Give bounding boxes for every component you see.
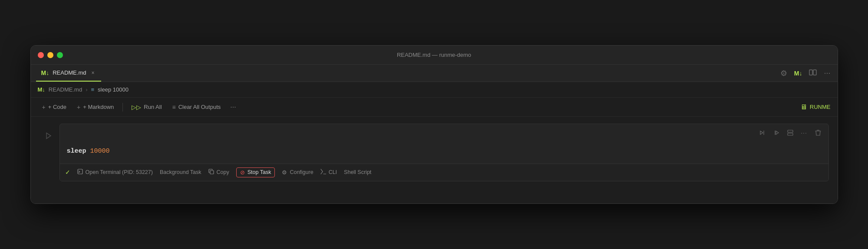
clear-all-outputs-button[interactable]: ≡ Clear All Outputs: [168, 101, 225, 113]
plus-markdown-icon: +: [77, 104, 80, 111]
open-terminal-label: Open Terminal (PID: 53227): [86, 169, 153, 175]
cell-run-button[interactable]: [43, 130, 55, 142]
cli-button[interactable]: CLI: [320, 169, 337, 176]
maximize-button[interactable]: [57, 52, 63, 58]
breadcrumb-file[interactable]: README.md: [49, 86, 82, 93]
add-code-label: + Code: [48, 104, 66, 110]
add-markdown-label: + Markdown: [83, 104, 114, 110]
tab-close-button[interactable]: ×: [89, 69, 96, 77]
cell-toolbar: ···: [60, 124, 828, 141]
copy-icon: [208, 169, 214, 176]
cli-label: CLI: [329, 169, 337, 175]
run-below-button[interactable]: [770, 127, 782, 139]
svg-rect-0: [809, 70, 812, 75]
run-all-button[interactable]: ▷▷ Run All: [127, 101, 166, 113]
svg-rect-4: [788, 130, 793, 132]
svg-rect-1: [813, 70, 816, 75]
copy-button[interactable]: Copy: [208, 169, 229, 176]
tab-label: README.md: [53, 69, 86, 76]
runme-badge: 🖥 RUNME: [800, 103, 831, 111]
code-cell: ··· sleep 10000: [59, 124, 829, 181]
background-task-label: Background Task: [160, 169, 201, 175]
svg-rect-7: [210, 170, 214, 174]
terminal-icon: [77, 169, 83, 176]
code-value: 10000: [90, 147, 110, 155]
toolbar-right: 🖥 RUNME: [800, 103, 831, 111]
app-window: README.md — runme-demo M↓ README.md × ⚙ …: [30, 45, 838, 204]
open-terminal-button[interactable]: Open Terminal (PID: 53227): [77, 169, 153, 176]
configure-icon: ⚙: [282, 169, 287, 176]
minimize-button[interactable]: [47, 52, 53, 58]
window-title: README.md — runme-demo: [397, 52, 471, 58]
clear-icon: ≡: [172, 104, 176, 111]
tab-bar: M↓ README.md × ⚙ M↓ ···: [31, 65, 838, 82]
toolbar: + + Code + + Markdown ▷▷ Run All ≡ Clear…: [31, 98, 838, 117]
split-editor-icon[interactable]: [809, 69, 817, 78]
configure-label: Configure: [290, 169, 313, 175]
delete-cell-button[interactable]: [812, 127, 824, 139]
cell-container: ··· sleep 10000: [38, 124, 838, 181]
split-cell-button[interactable]: [784, 127, 796, 139]
plus-icon: +: [42, 104, 46, 111]
tab-readme[interactable]: M↓ README.md ×: [36, 65, 102, 82]
breadcrumb-runme-icon: M↓: [38, 86, 45, 93]
toolbar-more-button[interactable]: ···: [227, 102, 239, 113]
main-content: ··· sleep 10000: [31, 117, 838, 203]
title-bar: README.md — runme-demo: [31, 46, 838, 65]
cell-gutter: [38, 124, 59, 142]
run-all-label: Run All: [144, 104, 162, 110]
configure-button[interactable]: ⚙ Configure: [282, 169, 313, 176]
clear-all-label: Clear All Outputs: [178, 104, 221, 110]
background-task-button[interactable]: Background Task: [160, 169, 201, 175]
breadcrumb-list-icon: ≡: [91, 86, 94, 93]
close-button[interactable]: [38, 52, 44, 58]
toolbar-divider: [122, 103, 123, 111]
status-check-icon: ✓: [65, 169, 70, 176]
more-actions-icon[interactable]: ···: [824, 69, 830, 78]
runme-icon: 🖥: [800, 103, 807, 111]
svg-rect-6: [78, 169, 83, 174]
code-area[interactable]: sleep 10000: [60, 141, 828, 164]
stop-task-label: Stop Task: [248, 169, 271, 175]
traffic-lights: [38, 52, 63, 58]
add-code-button[interactable]: + + Code: [38, 101, 71, 113]
add-markdown-button[interactable]: + + Markdown: [73, 101, 118, 113]
runme-label: RUNME: [810, 104, 831, 110]
stop-task-button[interactable]: ⊘ Stop Task: [236, 167, 275, 177]
copy-label: Copy: [217, 169, 229, 175]
code-line: sleep 10000: [67, 147, 822, 157]
cli-icon: [320, 169, 326, 176]
run-all-icon: ▷▷: [132, 104, 141, 111]
breadcrumb-separator: ›: [86, 86, 87, 93]
stop-icon: ⊘: [240, 169, 245, 176]
tab-runme-icon: M↓: [41, 69, 50, 76]
svg-rect-5: [788, 133, 793, 135]
shell-script-button[interactable]: Shell Script: [344, 169, 371, 175]
settings-icon[interactable]: ⚙: [780, 69, 787, 78]
cell-more-button[interactable]: ···: [798, 127, 810, 139]
code-keyword: sleep: [67, 147, 86, 155]
cell-status-bar: ✓ Open Terminal (PID: 53227) Background …: [60, 164, 828, 181]
run-above-button[interactable]: [756, 127, 769, 139]
breadcrumb-item[interactable]: sleep 10000: [98, 86, 129, 93]
markdown-toggle-icon[interactable]: M↓: [794, 70, 802, 77]
shell-script-label: Shell Script: [344, 169, 371, 175]
tab-bar-actions: ⚙ M↓ ···: [780, 69, 831, 78]
breadcrumb: M↓ README.md › ≡ sleep 10000: [31, 82, 838, 98]
